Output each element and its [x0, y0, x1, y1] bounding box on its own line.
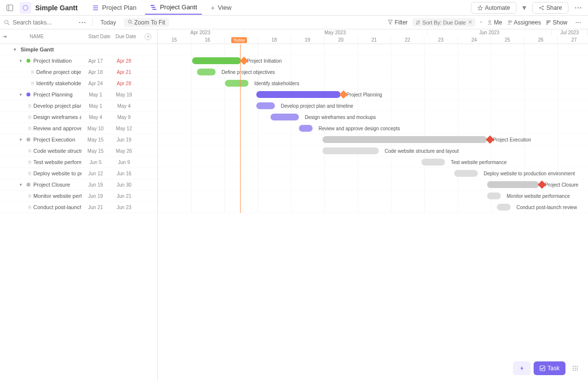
gantt-bar[interactable]: Project Initiation [192, 57, 241, 64]
due-date[interactable]: Jun 9 [110, 160, 138, 165]
automate-dropdown-icon[interactable]: ▾ [520, 2, 528, 14]
start-date[interactable]: Jun 19 [81, 193, 110, 199]
task-row[interactable]: ⎘Code website structure and layoutMay 15… [0, 145, 157, 157]
task-row[interactable]: ▾Simple Gantt [0, 44, 157, 55]
due-date[interactable]: Apr 28 [110, 81, 138, 86]
gantt-bar[interactable]: Define project objectives [197, 69, 216, 75]
due-date[interactable]: May 12 [110, 126, 138, 131]
search-options-icon[interactable]: ⋯ [76, 17, 88, 28]
tab-label: Project Plan [102, 4, 136, 11]
share-button[interactable]: Share [532, 2, 568, 14]
gantt-row: Project Initiation [158, 55, 588, 67]
assignees-button[interactable]: Assignees [507, 19, 541, 26]
task-row[interactable]: ⎘Test website performanceJun 5Jun 9 [0, 157, 157, 168]
gantt-bar[interactable]: Identify stakeholders [225, 80, 248, 87]
collapse-icon[interactable]: ▾ [20, 58, 24, 63]
start-date[interactable]: Apr 24 [81, 81, 110, 86]
sidebar-header: ⇥ NAME Start Date Due Date + [0, 29, 157, 44]
sort-clear-icon[interactable]: ✕ [468, 19, 472, 25]
task-row[interactable]: ⎘Design wireframes and mockupsMay 4May 9 [0, 112, 157, 123]
gantt-bar[interactable]: Project Planning [256, 91, 341, 98]
gantt-bar[interactable]: Review and approve design concepts [299, 125, 313, 132]
gantt-bar[interactable]: Conduct post-launch review [497, 204, 511, 211]
tab-label: View [218, 4, 232, 11]
new-task-button[interactable]: Task [534, 361, 565, 375]
start-date[interactable]: May 1 [81, 92, 110, 97]
show-button[interactable]: Show [546, 19, 567, 26]
svg-point-33 [577, 370, 578, 371]
task-row[interactable]: ⎘Deploy website to production environmen… [0, 168, 157, 179]
start-date[interactable]: May 15 [81, 148, 110, 154]
collapse-icon[interactable]: ▾ [20, 182, 24, 187]
toolbar-more-icon[interactable]: ⋯ [572, 17, 584, 28]
start-date[interactable]: Jun 5 [81, 160, 110, 165]
due-date[interactable]: Jun 19 [110, 137, 138, 143]
gantt-row: Code website structure and layout [158, 145, 588, 157]
expand-sidebar-icon[interactable]: ⇥ [0, 31, 9, 43]
collapse-icon[interactable]: ▾ [14, 47, 19, 52]
svg-line-12 [540, 6, 542, 7]
gantt-bar[interactable]: Deploy website to production environment [454, 170, 478, 177]
gantt-bar[interactable]: Test website performance [421, 159, 445, 166]
due-date[interactable]: May 9 [110, 115, 138, 120]
task-row[interactable]: ⎘Identify stakeholdersApr 24Apr 28 [0, 78, 157, 89]
gantt-bar[interactable]: Code website structure and layout [322, 147, 379, 154]
gantt-bar[interactable]: Develop project plan and timeline [256, 102, 275, 109]
due-date[interactable]: May 26 [110, 148, 138, 154]
app-icon[interactable] [20, 2, 31, 14]
due-date[interactable]: Jun 16 [110, 171, 138, 176]
task-row[interactable]: ⎘Monitor website performanceJun 19Jun 21 [0, 190, 157, 202]
task-row[interactable]: ⎘Define project objectivesApr 18Apr 21 [0, 67, 157, 78]
automate-button[interactable]: Automate [471, 2, 516, 14]
svg-line-15 [8, 24, 9, 25]
start-date[interactable]: Jun 12 [81, 171, 110, 176]
search-input[interactable] [13, 19, 62, 26]
today-button[interactable]: Today [97, 18, 120, 27]
collapse-icon[interactable]: ▾ [20, 137, 24, 142]
svg-rect-23 [546, 24, 548, 24]
due-date[interactable]: May 19 [110, 92, 138, 97]
gantt-bar[interactable]: Project Execution [322, 136, 487, 143]
task-row[interactable]: ⎘Develop project plan and timelineMay 1M… [0, 100, 157, 112]
tab-project-plan[interactable]: Project Plan [87, 1, 141, 14]
start-date[interactable]: May 10 [81, 126, 110, 131]
due-date[interactable]: Jun 30 [110, 182, 138, 188]
start-date[interactable]: May 15 [81, 137, 110, 143]
start-date[interactable]: Jun 21 [81, 205, 110, 210]
sort-pill[interactable]: Sort By: Due Date✕ [413, 18, 475, 26]
zoom-fit-button[interactable]: Zoom To Fit [124, 18, 169, 27]
due-date[interactable]: Jun 21 [110, 193, 138, 199]
me-button[interactable]: Me [487, 19, 502, 26]
quick-action-button[interactable] [513, 361, 531, 375]
task-row[interactable]: ▾Project ExecutionMay 15Jun 19 [0, 134, 157, 145]
start-date[interactable]: Apr 17 [81, 58, 110, 64]
due-date[interactable]: May 4 [110, 103, 138, 109]
task-row[interactable]: ⎘Conduct post-launch reviewJun 21Jun 23 [0, 202, 157, 213]
start-date[interactable]: Jun 19 [81, 182, 110, 188]
due-date[interactable]: Jun 23 [110, 205, 138, 210]
task-row[interactable]: ⎘Review and approve design conceptsMay 1… [0, 123, 157, 134]
due-date[interactable]: Apr 21 [110, 70, 138, 75]
collapse-icon[interactable]: ▾ [20, 92, 24, 97]
filter-button[interactable]: Filter [388, 19, 408, 26]
gantt-bar[interactable]: Design wireframes and mockups [270, 114, 299, 120]
start-date[interactable]: Apr 18 [81, 70, 110, 75]
tab-project-gantt[interactable]: Project Gantt [145, 0, 202, 15]
task-row[interactable]: ▾Project ClosureJun 19Jun 30 [0, 179, 157, 190]
task-row[interactable]: ▾Project InitiationApr 17Apr 28 [0, 55, 157, 67]
due-date[interactable]: Apr 28 [110, 58, 138, 64]
start-date[interactable]: May 1 [81, 103, 110, 109]
bar-label: Project Planning [343, 92, 382, 97]
apps-grid-icon[interactable] [568, 361, 582, 375]
gantt-row: Review and approve design concepts [158, 123, 588, 134]
tab-add-view[interactable]: + View [206, 1, 236, 15]
add-column-button[interactable]: + [139, 33, 157, 40]
gantt-bar[interactable]: Project Closure [487, 181, 539, 188]
task-row[interactable]: ▾Project PlanningMay 1May 19 [0, 89, 157, 100]
gantt-chart[interactable]: Apr 2023May 2023Jun 2023Jul 2023 1516171… [158, 29, 588, 381]
more-icon[interactable]: ⋯ [572, 2, 584, 14]
sidebar-toggle-icon[interactable] [4, 2, 16, 14]
gantt-bar[interactable]: Monitor website performance [487, 192, 501, 199]
start-date[interactable]: May 4 [81, 115, 110, 120]
day-header: 16 [191, 36, 224, 44]
